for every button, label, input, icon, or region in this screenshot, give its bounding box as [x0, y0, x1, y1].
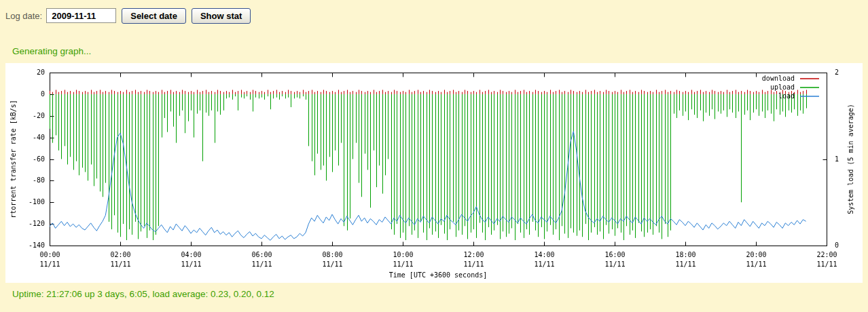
log-date-form: Log date: Select date Show stat [5, 7, 251, 24]
uptime-status: Uptime: 21:27:06 up 3 days, 6:05, load a… [12, 289, 274, 299]
log-date-label: Log date: [5, 11, 42, 21]
log-date-input[interactable] [46, 8, 116, 23]
rtorrent-transfer-chart [5, 63, 863, 283]
show-stat-button[interactable]: Show stat [192, 8, 251, 24]
select-date-button[interactable]: Select date [122, 8, 186, 24]
chart-image-container [5, 63, 863, 283]
page: { "page": { "background": "#fdf6d0", "fo… [0, 0, 868, 312]
generating-status: Generating graph... [12, 46, 91, 56]
